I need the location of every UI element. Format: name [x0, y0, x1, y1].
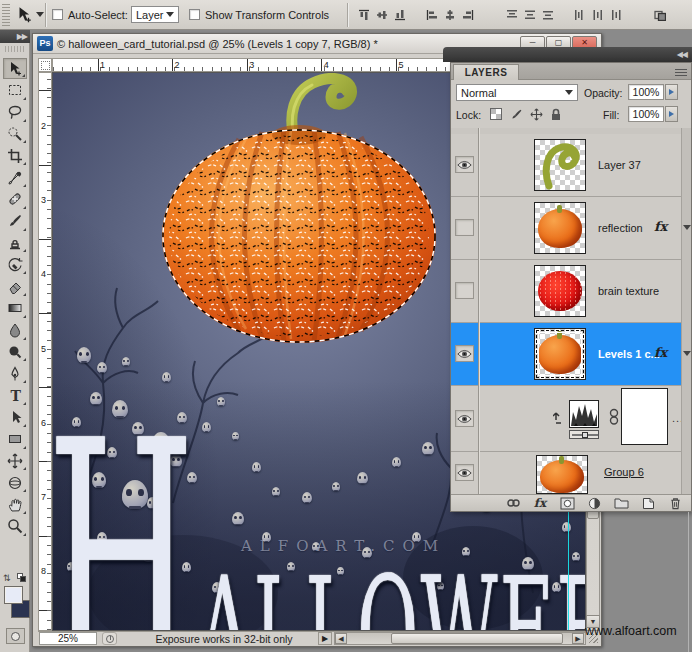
align-bottom-edges-button[interactable] [391, 6, 408, 23]
align-horizontal-centers-button[interactable] [441, 6, 458, 23]
eyedropper-tool[interactable] [3, 167, 27, 188]
align-right-edges-button[interactable] [459, 6, 476, 23]
auto-select-checkbox[interactable] [52, 9, 63, 20]
new-layer-icon[interactable] [640, 496, 656, 510]
path-selection-tool[interactable] [3, 407, 27, 428]
group-thumbnail[interactable] [536, 455, 588, 494]
align-top-edges-button[interactable] [355, 6, 372, 23]
align-left-edges-button[interactable] [423, 6, 440, 23]
layer-visibility-toggle[interactable] [455, 282, 474, 299]
lock-transparent-pixels-icon[interactable] [489, 107, 503, 121]
toolbar-grip[interactable] [5, 46, 25, 52]
clone-stamp-tool[interactable] [3, 232, 27, 253]
chevron-down-icon[interactable] [36, 12, 48, 17]
layer-mask-thumbnail[interactable] [621, 388, 668, 445]
auto-align-layers-button[interactable] [651, 6, 668, 23]
layer-row-selected[interactable]: Levels 1 c... fx [451, 323, 691, 386]
3d-rotate-tool[interactable] [3, 450, 27, 471]
distribute-left-edges-button[interactable] [571, 6, 588, 23]
quick-selection-icon [7, 126, 23, 142]
layer-row[interactable]: Layer 37 [451, 134, 691, 197]
layer-thumbnail[interactable] [534, 202, 586, 254]
fill-slider-button[interactable] [665, 106, 678, 122]
layer-style-icon[interactable]: fx [532, 496, 548, 510]
distribute-top-edges-button[interactable] [503, 6, 520, 23]
lasso-tool[interactable] [3, 102, 27, 123]
layer-visibility-toggle[interactable] [455, 410, 474, 427]
opacity-field[interactable]: 100% [628, 84, 664, 100]
add-layer-mask-icon[interactable] [559, 496, 575, 510]
layer-row[interactable]: ... [451, 386, 691, 452]
fx-expand-icon[interactable] [683, 351, 691, 356]
rectangular-marquee-tool[interactable] [3, 80, 27, 101]
layer-visibility-toggle[interactable] [455, 345, 474, 362]
ruler-origin-box[interactable] [38, 58, 52, 72]
fx-expand-icon[interactable] [683, 225, 691, 230]
blur-tool[interactable] [3, 320, 27, 341]
collapse-panels-icon[interactable]: ◀◀ [677, 50, 687, 59]
distribute-vertical-centers-button[interactable] [521, 6, 538, 23]
layer-thumbnail[interactable] [534, 265, 586, 317]
layer-visibility-toggle[interactable] [455, 464, 474, 481]
distribute-bottom-edges-button[interactable] [539, 6, 556, 23]
delete-layer-icon[interactable] [667, 496, 683, 510]
layer-thumbnail[interactable] [534, 139, 586, 191]
gradient-tool[interactable] [3, 298, 27, 319]
quick-selection-tool[interactable] [3, 123, 27, 144]
lock-all-icon[interactable] [549, 107, 563, 121]
distribute-horizontal-centers-button[interactable] [589, 6, 606, 23]
show-transform-checkbox[interactable] [189, 9, 200, 20]
move-tool-preset-icon[interactable] [13, 4, 35, 26]
new-group-icon[interactable] [613, 496, 629, 510]
layer-thumbnail[interactable] [534, 328, 586, 380]
layer-effects-icon[interactable]: fx [654, 219, 667, 234]
distribute-right-edges-button[interactable] [607, 6, 624, 23]
layers-tab[interactable]: LAYERS [453, 64, 519, 80]
ruler-vertical[interactable]: 2345678 [38, 72, 52, 631]
eraser-tool[interactable] [3, 276, 27, 297]
crop-tool[interactable] [3, 145, 27, 166]
align-vertical-centers-button[interactable] [373, 6, 390, 23]
toolbar-collapse-button[interactable]: ▶▶ [0, 30, 30, 43]
levels-adjustment-thumbnail[interactable] [569, 400, 599, 428]
fill-field[interactable]: 100% [628, 106, 664, 122]
pen-tool[interactable] [3, 363, 27, 384]
layer-visibility-toggle[interactable] [455, 219, 474, 236]
quick-mask-button[interactable] [6, 628, 25, 644]
horizontal-scrollbar-thumb[interactable] [391, 633, 563, 644]
default-colors-icon[interactable] [17, 573, 27, 583]
layer-row[interactable]: brain texture [451, 260, 691, 323]
auto-select-dropdown[interactable]: Layer [131, 6, 179, 23]
link-layers-icon[interactable] [505, 496, 521, 510]
swap-colors-icon[interactable]: ⇅ [3, 573, 11, 583]
hand-tool[interactable] [3, 494, 27, 515]
blend-mode-dropdown[interactable]: Normal [456, 84, 578, 101]
history-brush-tool[interactable] [3, 254, 27, 275]
shape-tool[interactable] [3, 429, 27, 450]
opacity-slider-button[interactable] [665, 84, 678, 100]
lock-position-icon[interactable] [529, 107, 543, 121]
layer-row[interactable]: reflection fx [451, 197, 691, 260]
type-tool[interactable]: T [3, 385, 27, 406]
layer-effects-icon[interactable]: fx [654, 345, 667, 360]
3d-orbit-tool[interactable] [3, 472, 27, 493]
scroll-left-arrow-icon[interactable]: ◀ [335, 633, 347, 644]
zoom-tool[interactable] [3, 516, 27, 537]
dodge-tool[interactable] [3, 341, 27, 362]
zoom-level-field[interactable]: 25% [39, 632, 97, 645]
move-tool[interactable] [3, 58, 27, 79]
lock-image-pixels-icon[interactable] [509, 107, 523, 121]
adjustment-slider[interactable] [569, 430, 599, 439]
mask-link-icon[interactable] [609, 408, 619, 426]
layer-row[interactable]: Group 6 [451, 452, 691, 494]
brush-tool[interactable] [3, 211, 27, 232]
website-link[interactable]: www.alfoart.com [585, 624, 677, 638]
status-menu-arrow-icon[interactable]: ▶ [318, 632, 332, 645]
panel-menu-icon[interactable] [675, 67, 687, 76]
adjustment-layer-icon[interactable] [586, 496, 602, 510]
options-grip[interactable] [2, 4, 10, 26]
foreground-color-swatch[interactable] [4, 586, 23, 604]
spot-healing-brush-tool[interactable] [3, 189, 27, 210]
layer-visibility-toggle[interactable] [455, 156, 474, 173]
scroll-right-arrow-icon[interactable]: ▶ [572, 633, 584, 644]
